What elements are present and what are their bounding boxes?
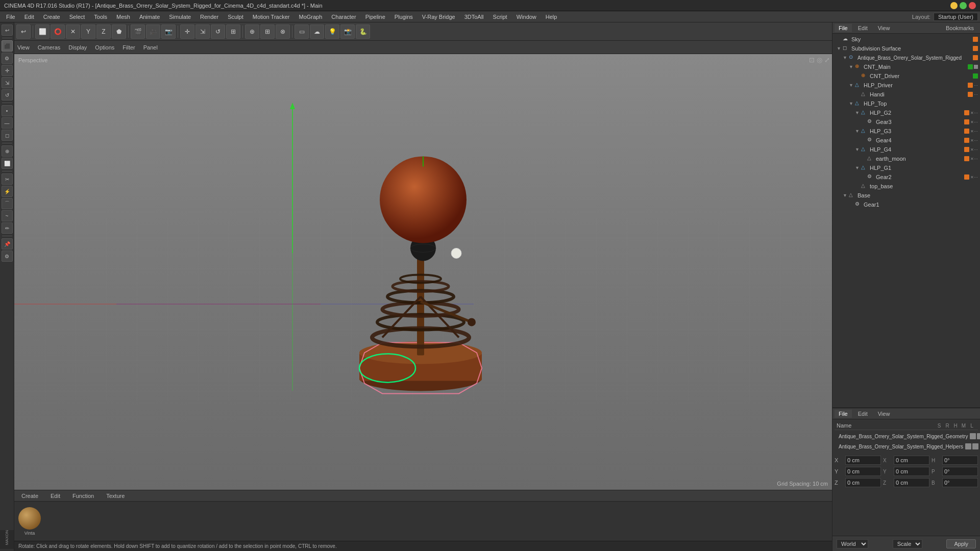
obj-arrow-base[interactable]: ▼	[843, 193, 849, 198]
btab-edit[interactable]: Edit	[45, 492, 65, 500]
tool-magnet[interactable]: ⚡	[2, 186, 13, 197]
obj-arrow-hlp-g1[interactable]: ▼	[855, 165, 861, 170]
toolbar-poly[interactable]: ⬟	[112, 24, 126, 39]
tool-scale[interactable]: ⇲	[2, 77, 13, 88]
coord-h-input[interactable]	[942, 456, 978, 465]
toolbar-sky[interactable]: ☁	[310, 24, 324, 39]
toolbar-light[interactable]: 💡	[325, 24, 339, 39]
toolbar-array[interactable]: ⊞	[260, 24, 275, 39]
menu-character[interactable]: Character	[327, 13, 360, 21]
toolbar-undo[interactable]: ↩	[16, 24, 31, 39]
obj-row-orrery[interactable]: ▼ ⊙ Antique_Brass_Orrery_Solar_System_Ri…	[832, 53, 980, 62]
toolbar-select-z[interactable]: Z	[96, 24, 111, 39]
toolbar-floor[interactable]: ▭	[295, 24, 309, 39]
obj-arrow-subdiv[interactable]: ▼	[837, 46, 843, 51]
obj-row-hlp-g4[interactable]: ▼ △ HLP_G4 ✕⋯	[832, 145, 980, 154]
obj-tab-edit[interactable]: Edit	[854, 24, 872, 32]
menu-select[interactable]: Select	[65, 13, 89, 21]
obj-row-gear4[interactable]: ⚙ Gear4 ✕⋯	[832, 136, 980, 145]
attr-tab-file[interactable]: File	[835, 410, 852, 418]
menu-window[interactable]: Window	[512, 13, 541, 21]
menu-edit[interactable]: Edit	[20, 13, 38, 21]
coord-mode-select[interactable]: World Local Object	[837, 539, 868, 548]
obj-arrow-hlp-top[interactable]: ▼	[849, 101, 855, 106]
layout-selector[interactable]: Startup (User)	[934, 13, 978, 21]
menu-tools[interactable]: Tools	[90, 13, 111, 21]
menu-create[interactable]: Create	[39, 13, 64, 21]
obj-row-cnt-main[interactable]: ▼ ⊕ CNT_Main	[832, 62, 980, 71]
vp-display-menu[interactable]: Display	[68, 44, 87, 51]
tool-polygons[interactable]: ◻	[2, 130, 13, 141]
tool-brush[interactable]: ✏	[2, 222, 13, 234]
coord-y-input[interactable]	[845, 467, 881, 476]
close-button[interactable]	[969, 2, 976, 9]
tool-select-object[interactable]: ⚙	[2, 53, 13, 64]
menu-script[interactable]: Script	[489, 13, 511, 21]
obj-row-subdivision[interactable]: ▼ ◻ Subdivision Surface	[832, 44, 980, 53]
tool-knife[interactable]: ✂	[2, 173, 13, 185]
coord-b-input[interactable]	[942, 478, 978, 487]
attr-row-geometry[interactable]: Antique_Brass_Orrery_Solar_System_Rigged…	[835, 431, 978, 441]
obj-row-hlp-top[interactable]: ▼ △ HLP_Top	[832, 99, 980, 108]
btab-create[interactable]: Create	[16, 492, 43, 500]
obj-row-cnt-driver[interactable]: ⊕ CNT_Driver	[832, 71, 980, 81]
tool-bend[interactable]: ⌒	[2, 198, 13, 209]
tool-edges[interactable]: —	[2, 117, 13, 129]
tool-select-model[interactable]: ⬛	[2, 40, 13, 52]
toolbar-select-circle[interactable]: ⭕	[51, 24, 65, 39]
obj-arrow-hlp-driver[interactable]: ▼	[849, 83, 855, 88]
obj-arrow-cnt-main[interactable]: ▼	[849, 64, 855, 69]
tool-settings[interactable]: ⚙	[2, 251, 13, 262]
attr-tab-edit[interactable]: Edit	[854, 410, 872, 418]
obj-row-handi[interactable]: △ Handi ⋯	[832, 90, 980, 99]
btab-texture[interactable]: Texture	[101, 492, 130, 500]
obj-arrow-hlp-g2[interactable]: ▼	[855, 110, 861, 115]
coord-p-input[interactable]	[942, 467, 978, 476]
menu-render[interactable]: Render	[196, 13, 223, 21]
tool-move[interactable]: ✛	[2, 65, 13, 76]
viewport[interactable]: Perspective	[14, 54, 832, 490]
tool-undo[interactable]: ↩	[2, 24, 13, 36]
toolbar-move[interactable]: ✛	[180, 24, 194, 39]
obj-tab-file[interactable]: File	[835, 24, 852, 32]
tool-rect-selection[interactable]: ⬜	[2, 158, 13, 169]
menu-file[interactable]: File	[2, 13, 19, 21]
toolbar-rotate[interactable]: ↺	[211, 24, 225, 39]
toolbar-render[interactable]: 🎬	[131, 24, 145, 39]
toolbar-render3[interactable]: 📷	[161, 24, 176, 39]
menu-help[interactable]: Help	[542, 13, 561, 21]
menu-simulate[interactable]: Simulate	[165, 13, 195, 21]
menu-mesh[interactable]: Mesh	[112, 13, 134, 21]
maximize-button[interactable]	[960, 2, 967, 9]
tool-live-selection[interactable]: ⊕	[2, 145, 13, 157]
toolbar-transform[interactable]: ⊞	[226, 24, 240, 39]
toolbar-select-x[interactable]: ✕	[66, 24, 80, 39]
toolbar-boole[interactable]: ⊕	[245, 24, 259, 39]
menu-plugins[interactable]: Plugins	[390, 13, 417, 21]
obj-row-hlp-g2[interactable]: ▼ △ HLP_G2 ✕⋯	[832, 108, 980, 117]
vp-cameras-menu[interactable]: Cameras	[38, 44, 61, 51]
minimize-button[interactable]	[950, 2, 958, 9]
obj-row-hlp-g3[interactable]: ▼ △ HLP_G3 ✕⋯	[832, 127, 980, 136]
obj-arrow-hlp-g4[interactable]: ▼	[855, 147, 861, 152]
tool-pin[interactable]: 📌	[2, 238, 13, 249]
vp-maximize-icon[interactable]: ⤢	[824, 56, 830, 64]
toolbar-python[interactable]: 🐍	[356, 24, 370, 39]
obj-tab-bookmarks[interactable]: Bookmarks	[942, 24, 978, 32]
coord-x-input[interactable]	[845, 456, 881, 465]
toolbar-scale[interactable]: ⇲	[195, 24, 210, 39]
toolbar-clone[interactable]: ⊗	[276, 24, 290, 39]
obj-arrow-orrery[interactable]: ▼	[843, 55, 849, 60]
vp-view-menu[interactable]: View	[17, 44, 30, 51]
menu-vray[interactable]: V-Ray Bridge	[418, 13, 459, 21]
obj-row-earth-moon[interactable]: △ earth_moon ✕⋯	[832, 154, 980, 163]
attr-row-helpers[interactable]: Antique_Brass_Orrery_Solar_System_Rigged…	[835, 441, 978, 452]
obj-row-gear2[interactable]: ⚙ Gear2 ✕⋯	[832, 172, 980, 182]
obj-row-sky[interactable]: ☁ Sky	[832, 35, 980, 44]
btab-function[interactable]: Function	[67, 492, 99, 500]
obj-row-gear3[interactable]: ⚙ Gear3 ✕⋯	[832, 117, 980, 127]
vp-solo-icon[interactable]: ◎	[817, 56, 822, 64]
obj-tab-view[interactable]: View	[874, 24, 894, 32]
toolbar-camera[interactable]: 📸	[340, 24, 355, 39]
tool-points[interactable]: •	[2, 105, 13, 116]
